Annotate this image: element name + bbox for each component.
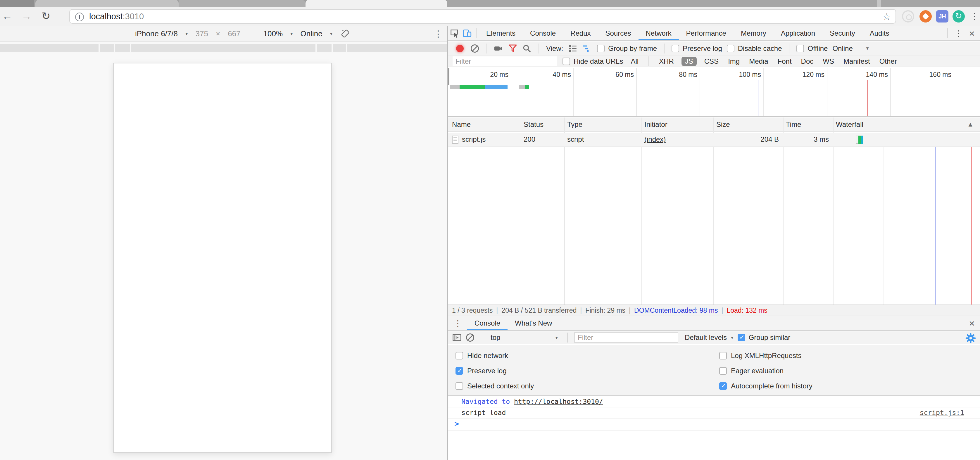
zoom-select[interactable]: 100% bbox=[263, 29, 283, 38]
type-filter-js[interactable]: JS bbox=[681, 57, 697, 66]
viewport-height-field[interactable]: 667 bbox=[228, 29, 240, 38]
checkbox[interactable] bbox=[796, 45, 804, 52]
media-query-bar[interactable] bbox=[333, 44, 346, 52]
inactive-tab[interactable] bbox=[35, 0, 179, 7]
clear-icon[interactable] bbox=[471, 44, 479, 52]
viewport-width-field[interactable]: 375 bbox=[196, 29, 208, 38]
cell-initiator-link[interactable]: (index) bbox=[644, 133, 666, 146]
tab-audits[interactable]: Audits bbox=[862, 26, 897, 40]
checkbox[interactable] bbox=[455, 352, 463, 360]
url-text[interactable]: localhost:3010 bbox=[89, 10, 144, 23]
forward-button[interactable]: → bbox=[19, 7, 34, 26]
type-filter-ws[interactable]: WS bbox=[821, 57, 836, 66]
type-filter-xhr[interactable]: XHR bbox=[657, 57, 676, 66]
request-row-scriptjs[interactable]: script.js 200 script (index) 204 B 3 ms bbox=[448, 133, 980, 147]
type-filter-font[interactable]: Font bbox=[776, 57, 794, 66]
tab-application[interactable]: Application bbox=[773, 26, 822, 40]
console-prompt-row[interactable]: > bbox=[448, 419, 980, 431]
log-xmlhttprequests-checkbox[interactable]: Log XMLHttpRequests bbox=[719, 351, 801, 360]
waterfall-view-icon[interactable] bbox=[582, 44, 592, 54]
type-filter-all[interactable]: All bbox=[629, 57, 640, 66]
type-filter-media[interactable]: Media bbox=[747, 57, 770, 66]
column-header-name[interactable]: Name bbox=[452, 117, 471, 132]
eager-evaluation-checkbox[interactable]: Eager evaluation bbox=[719, 366, 784, 375]
device-toolbar-more-icon[interactable]: ⋮ bbox=[434, 29, 443, 39]
summary-dcl[interactable]: DOMContentLoaded: 98 ms bbox=[634, 305, 718, 316]
checkbox[interactable] bbox=[727, 45, 734, 52]
rotate-icon[interactable] bbox=[340, 29, 350, 39]
page-info-icon[interactable]: i bbox=[75, 13, 84, 21]
tab-network[interactable]: Network bbox=[638, 26, 679, 40]
reload-button[interactable]: ↻ bbox=[38, 7, 53, 26]
network-filter-input[interactable] bbox=[453, 56, 557, 66]
checkbox[interactable] bbox=[563, 57, 570, 65]
column-header-size[interactable]: Size bbox=[716, 117, 730, 132]
execution-context-select[interactable]: top ▾ bbox=[488, 333, 561, 342]
autocomplete-from-history-checkbox[interactable]: Autocomplete from history bbox=[719, 382, 813, 390]
hide-network-checkbox[interactable]: Hide network bbox=[455, 351, 508, 360]
media-query-bar[interactable] bbox=[347, 44, 447, 52]
console-sidebar-toggle-icon[interactable] bbox=[452, 333, 462, 343]
clear-console-icon[interactable] bbox=[466, 333, 474, 342]
drawer-close-icon[interactable]: × bbox=[967, 318, 977, 329]
summary-load[interactable]: Load: 132 ms bbox=[727, 305, 767, 316]
disable-cache-checkbox[interactable]: Disable cache bbox=[727, 44, 782, 52]
media-query-bar[interactable] bbox=[131, 44, 315, 52]
checkbox[interactable] bbox=[719, 367, 727, 375]
type-filter-manifest[interactable]: Manifest bbox=[842, 57, 872, 66]
throttling-select[interactable]: Online bbox=[832, 44, 853, 52]
tab-redux[interactable]: Redux bbox=[563, 26, 598, 40]
devtools-menu-icon[interactable]: ⋮ bbox=[954, 29, 963, 38]
tab-elements[interactable]: Elements bbox=[479, 26, 523, 40]
device-toolbar-toggle-icon[interactable] bbox=[461, 27, 474, 40]
console-filter-input[interactable] bbox=[574, 332, 678, 343]
media-query-bar[interactable] bbox=[100, 44, 114, 52]
preserve-log-checkbox[interactable]: Preserve log bbox=[671, 44, 722, 52]
column-header-initiator[interactable]: Initiator bbox=[644, 117, 667, 132]
record-button[interactable] bbox=[456, 45, 464, 52]
tab-performance[interactable]: Performance bbox=[679, 26, 733, 40]
drawer-menu-icon[interactable]: ⋮ bbox=[448, 319, 467, 328]
checkbox[interactable] bbox=[719, 382, 727, 390]
type-filter-img[interactable]: Img bbox=[726, 57, 741, 66]
checkbox[interactable] bbox=[738, 334, 745, 341]
address-bar[interactable]: i localhost:3010 ☆ bbox=[69, 9, 896, 24]
tab-sources[interactable]: Sources bbox=[598, 26, 638, 40]
extension-icon-disabled[interactable] bbox=[902, 10, 914, 22]
inactive-tab[interactable] bbox=[179, 0, 305, 7]
media-query-bar[interactable] bbox=[115, 44, 130, 52]
console-settings-gear-icon[interactable] bbox=[966, 333, 976, 345]
offline-checkbox[interactable]: Offline bbox=[796, 44, 828, 52]
capture-screenshots-icon[interactable] bbox=[493, 44, 503, 54]
type-filter-other[interactable]: Other bbox=[878, 57, 899, 66]
tab-console-drawer[interactable]: Console bbox=[467, 316, 508, 330]
bookmark-star-icon[interactable]: ☆ bbox=[882, 10, 891, 23]
preserve-log-checkbox[interactable]: Preserve log bbox=[455, 366, 507, 375]
type-filter-doc[interactable]: Doc bbox=[799, 57, 815, 66]
active-tab[interactable] bbox=[305, 0, 447, 7]
log-source-link[interactable]: script.js:1 bbox=[920, 408, 964, 418]
cell-name[interactable]: script.js bbox=[462, 133, 485, 146]
media-query-bar[interactable] bbox=[317, 44, 331, 52]
devtools-close-icon[interactable]: × bbox=[967, 28, 977, 39]
column-header-waterfall[interactable]: Waterfall bbox=[836, 117, 863, 132]
overview-handle[interactable] bbox=[448, 68, 449, 85]
throttling-select[interactable]: Online bbox=[301, 29, 323, 38]
checkbox[interactable] bbox=[455, 382, 463, 390]
inspect-element-icon[interactable] bbox=[448, 27, 461, 40]
checkbox[interactable] bbox=[455, 367, 463, 375]
extension-icon-refresh[interactable]: ↻ bbox=[953, 10, 965, 22]
type-filter-css[interactable]: CSS bbox=[703, 57, 721, 66]
group-by-frame-checkbox[interactable]: Group by frame bbox=[597, 44, 657, 52]
column-header-time[interactable]: Time bbox=[786, 117, 801, 132]
search-icon[interactable] bbox=[522, 44, 531, 53]
hide-data-urls-checkbox[interactable]: Hide data URLs bbox=[563, 57, 623, 65]
log-levels-select[interactable]: Default levels bbox=[685, 333, 727, 342]
network-overview-timeline[interactable]: 20 ms 40 ms 60 ms 80 ms 100 ms 120 ms 14… bbox=[448, 68, 980, 117]
waterfall-bar[interactable] bbox=[856, 136, 863, 144]
filter-funnel-icon[interactable] bbox=[508, 44, 517, 53]
column-header-status[interactable]: Status bbox=[523, 117, 544, 132]
checkbox[interactable] bbox=[719, 352, 727, 360]
extension-icon-orange[interactable] bbox=[920, 10, 932, 22]
browser-tab-strip[interactable] bbox=[0, 0, 980, 7]
